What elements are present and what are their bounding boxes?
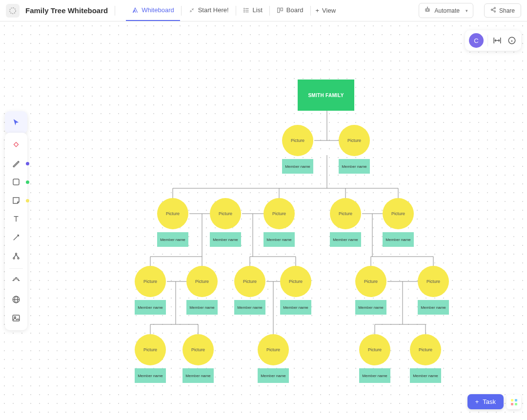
- member-name-box[interactable]: Member name: [182, 368, 214, 383]
- tool-sticky[interactable]: [8, 192, 24, 209]
- picture-circle[interactable]: Picture: [410, 334, 441, 365]
- svg-rect-8: [281, 8, 283, 11]
- color-indicator: [26, 199, 29, 202]
- picture-circle[interactable]: Picture: [339, 125, 370, 156]
- task-button[interactable]: + Task: [467, 394, 504, 409]
- member-name-box[interactable]: Member name: [186, 300, 218, 315]
- tool-pointer[interactable]: [5, 111, 27, 134]
- tab-label: List: [253, 6, 263, 14]
- tool-shapes[interactable]: [8, 137, 24, 153]
- member-name-box[interactable]: Member name: [135, 300, 166, 315]
- picture-circle[interactable]: Picture: [280, 266, 311, 297]
- tree-node[interactable]: PictureMember name: [264, 198, 295, 247]
- apps-button[interactable]: [507, 395, 521, 409]
- tree-node[interactable]: PictureMember name: [157, 198, 188, 247]
- member-name-box[interactable]: Member name: [383, 232, 414, 247]
- picture-circle[interactable]: Picture: [355, 266, 386, 297]
- picture-circle[interactable]: Picture: [264, 198, 295, 229]
- share-button[interactable]: Share: [484, 3, 521, 18]
- tab-list[interactable]: List: [237, 0, 268, 21]
- member-name-box[interactable]: Member name: [210, 232, 241, 247]
- member-name-box[interactable]: Member name: [280, 300, 311, 315]
- info-icon[interactable]: [507, 35, 517, 46]
- tree-node[interactable]: PictureMember name: [182, 334, 214, 383]
- picture-circle[interactable]: Picture: [234, 266, 265, 297]
- member-name-box[interactable]: Member name: [330, 232, 361, 247]
- member-name-box[interactable]: Member name: [359, 368, 390, 383]
- svg-point-31: [18, 258, 19, 259]
- tool-text[interactable]: [8, 211, 24, 227]
- member-name-box[interactable]: Member name: [418, 300, 449, 315]
- tree-node[interactable]: PictureMember name: [330, 198, 361, 247]
- picture-circle[interactable]: Picture: [186, 266, 218, 297]
- picture-circle[interactable]: Picture: [157, 198, 188, 229]
- tool-image[interactable]: [8, 310, 24, 326]
- svg-line-18: [492, 10, 494, 11]
- tree-node[interactable]: PictureMember name: [280, 266, 311, 315]
- control-divider: [487, 35, 488, 46]
- tool-plugin[interactable]: [8, 273, 24, 289]
- tree-node[interactable]: PictureMember name: [418, 266, 449, 315]
- app-icon[interactable]: [6, 4, 20, 18]
- tree-node[interactable]: PictureMember name: [359, 334, 390, 383]
- picture-circle[interactable]: Picture: [135, 266, 166, 297]
- tab-divider: [236, 6, 236, 16]
- tool-connector[interactable]: [8, 229, 24, 246]
- picture-circle[interactable]: Picture: [383, 198, 414, 229]
- member-name-box[interactable]: Member name: [264, 232, 295, 247]
- tree-node[interactable]: PictureMember name: [135, 334, 166, 383]
- member-name-box[interactable]: Member name: [135, 368, 166, 383]
- tree-node[interactable]: PictureMember name: [234, 266, 265, 315]
- member-name-box[interactable]: Member name: [234, 300, 265, 315]
- picture-circle[interactable]: Picture: [330, 198, 361, 229]
- tab-divider: [181, 6, 182, 16]
- svg-line-33: [16, 255, 19, 258]
- member-name-box[interactable]: Member name: [410, 368, 441, 383]
- tree-node[interactable]: PictureMember name: [210, 198, 241, 247]
- tab-divider: [310, 6, 311, 16]
- tree-node[interactable]: PictureMember name: [355, 266, 386, 315]
- picture-circle[interactable]: Picture: [418, 266, 449, 297]
- picture-circle[interactable]: Picture: [135, 334, 166, 365]
- member-name-box[interactable]: Member name: [339, 159, 370, 174]
- tab-whiteboard[interactable]: Whiteboard: [126, 0, 180, 21]
- picture-circle[interactable]: Picture: [282, 125, 313, 156]
- share-icon: [490, 7, 496, 14]
- root-family-box[interactable]: SMITH FAMILY: [298, 80, 354, 111]
- tree-node[interactable]: PictureMember name: [186, 266, 218, 315]
- tree-node[interactable]: PictureMember name: [339, 125, 370, 174]
- color-indicator: [26, 180, 29, 184]
- svg-rect-25: [13, 179, 19, 185]
- member-name-box[interactable]: Member name: [258, 368, 289, 383]
- fit-width-icon[interactable]: [492, 35, 503, 46]
- page-title[interactable]: Family Tree Whiteboard: [25, 6, 108, 15]
- picture-circle[interactable]: Picture: [359, 334, 390, 365]
- tree-node[interactable]: PictureMember name: [383, 198, 414, 247]
- tree-node[interactable]: PictureMember name: [258, 334, 289, 383]
- tool-draw[interactable]: [8, 155, 24, 172]
- plus-icon: +: [475, 398, 479, 405]
- whiteboard-canvas[interactable]: C: [0, 21, 527, 420]
- tab-board[interactable]: Board: [271, 0, 309, 21]
- picture-circle[interactable]: Picture: [210, 198, 241, 229]
- tree-node[interactable]: PictureMember name: [410, 334, 441, 383]
- automate-button[interactable]: Automate ▾: [419, 3, 473, 18]
- member-name-box[interactable]: Member name: [282, 159, 313, 174]
- member-name-box[interactable]: Member name: [157, 232, 188, 247]
- tool-network[interactable]: [8, 248, 24, 264]
- tool-rectangle[interactable]: [8, 174, 24, 190]
- picture-circle[interactable]: Picture: [182, 334, 214, 365]
- svg-rect-37: [13, 315, 20, 321]
- tree-node[interactable]: PictureMember name: [282, 125, 313, 174]
- tree-node[interactable]: PictureMember name: [135, 266, 166, 315]
- member-name-box[interactable]: Member name: [355, 300, 386, 315]
- svg-point-6: [243, 11, 244, 12]
- tool-web[interactable]: [8, 291, 24, 308]
- view-add[interactable]: + View: [312, 7, 340, 14]
- picture-circle[interactable]: Picture: [258, 334, 289, 365]
- view-label: View: [322, 7, 336, 14]
- chevron-down-icon: ▾: [466, 8, 468, 13]
- tab-start-here[interactable]: Start Here!: [182, 0, 235, 21]
- avatar[interactable]: C: [469, 33, 484, 48]
- svg-point-13: [427, 7, 427, 7]
